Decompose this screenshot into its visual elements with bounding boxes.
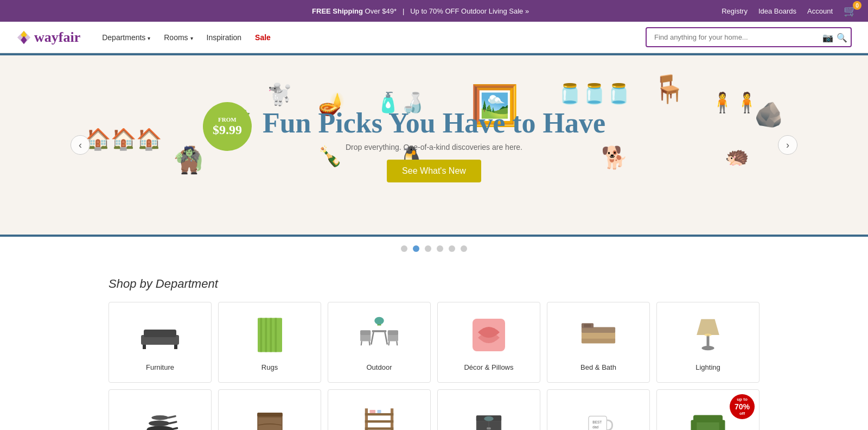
decor-label: Décor & Pillows	[443, 363, 534, 371]
svg-rect-46	[365, 420, 394, 422]
svg-rect-5	[143, 345, 146, 349]
dept-lighting[interactable]: Lighting	[656, 302, 760, 383]
search-bar: 📷 🔍	[646, 27, 852, 47]
svg-rect-11	[275, 318, 277, 352]
shop-by-department: Shop by Department Furniture	[0, 261, 868, 430]
svg-rect-8	[260, 318, 262, 352]
furniture-label: Furniture	[114, 363, 206, 371]
dept-home-wrapper: HomeImprovement	[437, 389, 540, 430]
dept-rugs[interactable]: Rugs	[218, 302, 321, 383]
idea-boards-label: Idea Boards	[758, 7, 796, 15]
nav-inspiration[interactable]: Inspiration	[201, 30, 247, 45]
nav-departments[interactable]: Departments ▾	[97, 30, 156, 45]
svg-point-56	[489, 427, 491, 429]
dept-sale-wrapper: up to 70% off	[656, 389, 760, 430]
rugs-label: Rugs	[224, 363, 315, 371]
dept-furniture[interactable]: Furniture	[108, 302, 212, 383]
dept-decor[interactable]: Décor & Pillows	[437, 302, 540, 383]
baby-icon	[358, 401, 401, 430]
nav-departments-label: Departments	[102, 33, 145, 42]
hero-product-figures: 🧍🧍	[710, 91, 759, 114]
svg-rect-9	[265, 318, 267, 352]
nav-sale[interactable]: Sale	[250, 30, 276, 45]
search-input[interactable]	[646, 27, 852, 47]
banner-message: FREE Shipping Over $49* | Up to 70% OFF …	[119, 7, 722, 15]
top-banner: FREE Shipping Over $49* | Up to 70% OFF …	[0, 0, 868, 22]
dept-outdoor-wrapper: Outdoor	[328, 302, 431, 383]
camera-icon[interactable]: 📷	[822, 32, 833, 42]
free-shipping-bold: FREE Shipping	[312, 7, 363, 15]
cart-icon[interactable]: 🛒 0	[844, 4, 857, 17]
top-banner-right: Registry Idea Boards Account 🛒 0	[722, 4, 857, 17]
seasonal-icon: BEST dad EVER	[577, 401, 620, 430]
hero-subtitle: Drop everything. One-of-a-kind discoveri…	[263, 143, 605, 151]
shop-section-title: Shop by Department	[108, 277, 760, 291]
hero-cta-label: See What's New	[402, 166, 466, 175]
svg-rect-20	[388, 330, 398, 335]
svg-rect-30	[584, 324, 591, 327]
outdoor-label: Outdoor	[334, 363, 425, 371]
registry-link[interactable]: Registry	[722, 7, 748, 15]
svg-rect-49	[370, 409, 376, 413]
svg-line-38	[170, 422, 176, 423]
lighting-label: Lighting	[662, 363, 754, 371]
svg-line-18	[369, 341, 370, 345]
logo[interactable]: wayfair	[16, 29, 80, 46]
dot-3[interactable]	[425, 245, 431, 252]
idea-boards-link[interactable]: Idea Boards	[758, 7, 796, 15]
lighting-icon	[686, 313, 730, 357]
dept-storage[interactable]: Storage &Organiz...	[218, 389, 321, 430]
dot-1[interactable]	[401, 245, 407, 252]
nav-rooms-label: Rooms	[164, 33, 188, 42]
svg-rect-47	[365, 427, 394, 429]
hero-cta-button[interactable]: See What's New	[387, 160, 481, 182]
svg-point-32	[701, 346, 714, 350]
dot-2[interactable]	[413, 245, 419, 252]
dept-baby[interactable]: Baby &Kids...	[328, 389, 431, 430]
svg-rect-63	[693, 415, 723, 423]
sale-text: Up to 70% OFF Outdoor Living Sale »	[410, 7, 529, 15]
dot-5[interactable]	[449, 245, 455, 252]
svg-point-57	[484, 416, 493, 421]
price-from-label: FROM	[218, 116, 237, 123]
bed-label: Bed & Bath	[553, 363, 644, 371]
dept-rugs-wrapper: Rugs	[218, 302, 321, 383]
svg-point-36	[151, 415, 169, 420]
shipping-text: FREE Shipping Over $49* | Up to 70% OFF …	[312, 7, 529, 15]
svg-line-22	[397, 341, 397, 345]
svg-line-14	[385, 332, 387, 345]
search-icon[interactable]: 🔍	[837, 32, 847, 42]
dept-home[interactable]: HomeImprovement	[437, 389, 540, 430]
sale-link[interactable]: Up to 70% OFF Outdoor Living Sale »	[410, 7, 529, 15]
account-label: Account	[807, 7, 833, 15]
dept-lighting-wrapper: Lighting	[656, 302, 760, 383]
dot-6[interactable]	[461, 245, 467, 252]
svg-point-35	[149, 421, 170, 427]
svg-rect-6	[174, 345, 177, 349]
svg-rect-50	[378, 409, 381, 413]
svg-rect-54	[489, 421, 501, 430]
dept-seasonal[interactable]: BEST dad EVER Seasonal &Holiday	[547, 389, 650, 430]
bed-icon	[577, 313, 620, 357]
svg-rect-27	[582, 332, 615, 338]
account-link[interactable]: Account	[807, 7, 833, 15]
hero-prev-arrow[interactable]: ‹	[71, 135, 90, 155]
nav-sale-label: Sale	[255, 33, 271, 42]
hero-next-arrow[interactable]: ›	[778, 135, 797, 155]
search-icons: 📷 🔍	[822, 32, 847, 42]
department-grid: Furniture Rugs	[108, 302, 760, 430]
hero-product-houses: 🏠🏠🏠	[85, 127, 162, 151]
hero-product-dog: 🐩	[267, 83, 292, 106]
dot-4[interactable]	[437, 245, 443, 252]
nav-rooms[interactable]: Rooms ▾	[158, 30, 198, 45]
chevron-down-icon: ▾	[148, 35, 150, 41]
dept-bed[interactable]: Bed & Bath	[547, 302, 650, 383]
hero-product-jars: 🫙🫙🫙	[558, 83, 631, 105]
dept-outdoor[interactable]: Outdoor	[328, 302, 431, 383]
svg-rect-43	[365, 408, 368, 430]
dept-kitchen[interactable]: Kitchen &Tabletop	[108, 389, 212, 430]
separator: |	[403, 7, 404, 15]
dept-sale[interactable]: up to 70% off	[656, 389, 760, 430]
hero-product-gnome: 🧌	[173, 145, 205, 175]
dept-baby-wrapper: Baby &Kids...	[328, 389, 431, 430]
